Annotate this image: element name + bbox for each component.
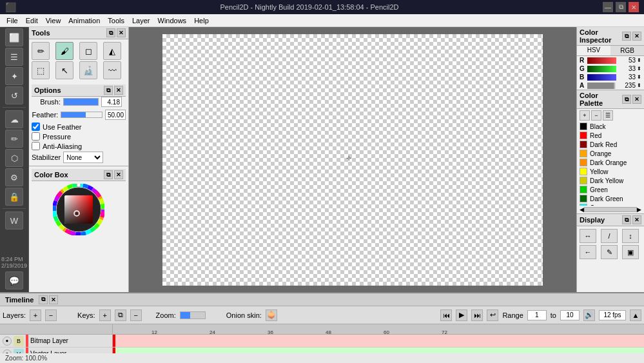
brush-value-input[interactable] [101,97,122,107]
tool-brush[interactable]: 🖌 [55,42,73,60]
cp-close[interactable]: ✕ [632,95,641,104]
stabilizer-select[interactable]: None Simple Complex [63,152,103,163]
menu-layer[interactable]: Layer [128,17,154,25]
color-wheel-svg[interactable] [53,184,104,235]
options-panel-float[interactable]: ⧉ [104,86,113,95]
range-end-input[interactable] [560,310,580,320]
left-tool-msg[interactable]: 💬 [5,271,23,289]
ci-close[interactable]: ✕ [632,32,641,41]
pressure-checkbox[interactable] [32,132,40,141]
range-start-input[interactable] [527,310,547,320]
tools-panel-close[interactable]: ✕ [117,28,126,37]
menu-help[interactable]: Help [190,17,213,25]
cp-menu[interactable]: ☰ [603,110,613,121]
tool-fill[interactable]: ◭ [103,42,121,60]
ci-g-bar[interactable] [587,66,616,72]
left-tool-6[interactable]: ✏ [5,130,23,148]
palette-item-black[interactable]: Black [577,122,644,131]
options-panel-close[interactable]: ✕ [114,86,123,95]
cp-remove[interactable]: − [591,110,601,121]
ci-tab-hsv[interactable]: HSV [577,46,610,55]
display-icon-camera[interactable]: ▣ [622,245,639,259]
tl-add-layer[interactable]: + [30,309,41,321]
left-tool-4[interactable]: ↺ [5,86,23,104]
feather-value-input[interactable] [105,110,126,120]
palette-item-orange[interactable]: Orange [577,149,644,158]
drawing-canvas[interactable]: ✛ [162,34,543,286]
close-button[interactable]: ✕ [629,2,639,12]
ci-b-spinner[interactable]: ⬍ [637,74,641,80]
palette-item-green[interactable]: Green [577,185,644,194]
left-tool-9[interactable]: 🔒 [5,188,23,206]
palette-item-dark-green[interactable]: Dark Green [577,194,644,203]
tl-skip-back[interactable]: ⏮ [440,309,452,321]
menu-tools[interactable]: Tools [104,17,128,25]
canvas-area[interactable]: ✛ [129,27,576,292]
ci-r-spinner[interactable]: ⬍ [637,57,641,63]
ci-g-spinner[interactable]: ⬍ [637,66,641,72]
minimize-button[interactable]: — [603,2,613,12]
tl-volume[interactable]: 🔊 [583,309,595,321]
tl-dup-key[interactable]: ⧉ [115,309,126,321]
palette-item-dark-orange[interactable]: Dark Orange [577,158,644,167]
tool-eyedropper[interactable]: 🔬 [79,61,97,79]
palette-scrollbar[interactable] [584,207,637,212]
display-icon-back[interactable]: ← [580,245,596,259]
menu-windows[interactable]: Windows [154,17,191,25]
palette-scroll-right[interactable]: ▶ [637,206,641,213]
display-icon-pencil[interactable]: ✎ [601,245,618,259]
left-tool-7[interactable]: ⬡ [5,149,23,167]
cp-add[interactable]: + [580,110,590,121]
tl-play[interactable]: ▶ [456,309,467,321]
use-feather-checkbox[interactable] [32,123,40,131]
ci-a-bar[interactable] [587,83,616,89]
timeline-tracks[interactable]: 12 24 36 48 60 72 [113,324,644,353]
anti-aliasing-checkbox[interactable] [32,142,40,150]
zoom-slider[interactable] [180,311,206,319]
tl-remove-key[interactable]: − [130,309,142,321]
ci-b-bar[interactable] [587,74,616,81]
ci-a-spinner[interactable]: ⬍ [637,83,641,88]
display-icon-flip-v[interactable]: ↕ [622,229,639,243]
menu-file[interactable]: File [3,17,22,25]
menu-edit[interactable]: Edit [22,17,42,25]
fps-input[interactable] [599,310,626,320]
left-tool-3[interactable]: ✦ [5,67,23,85]
palette-item-red[interactable]: Red [577,131,644,140]
cp-float[interactable]: ⧉ [622,95,631,104]
tool-smudge[interactable]: 〰 [103,61,121,79]
layer-vector[interactable]: ● V Vector Layer [0,348,112,353]
tool-eraser[interactable]: ◻ [79,42,97,60]
tl-loop[interactable]: ↩ [487,309,498,321]
palette-item-dark-red[interactable]: Dark Red [577,140,644,149]
tool-select-rect[interactable]: ⬚ [32,61,50,79]
tl-close[interactable]: ✕ [49,295,58,304]
ci-tab-rgb[interactable]: RGB [610,46,644,55]
color-wheel-container[interactable] [32,184,126,235]
tools-panel-float[interactable]: ⧉ [106,28,115,37]
menu-animation[interactable]: Animation [64,17,104,25]
dp-float[interactable]: ⧉ [622,215,631,224]
color-box-close[interactable]: ✕ [114,170,123,179]
feather-slider[interactable] [61,112,102,118]
ci-float[interactable]: ⧉ [622,32,631,41]
layer-bitmap-vis[interactable]: ● [3,337,12,346]
tl-add-key[interactable]: + [99,309,111,321]
tl-remove-layer[interactable]: − [45,309,57,321]
tl-skip-fwd[interactable]: ⏭ [471,309,483,321]
palette-item-yellow[interactable]: Yellow [577,167,644,176]
left-tool-1[interactable]: ⬜ [5,28,23,46]
brush-slider[interactable] [63,98,99,106]
color-box-float[interactable]: ⧉ [104,170,113,179]
tool-pencil[interactable]: ✏ [32,42,50,60]
tl-float[interactable]: ⧉ [39,295,48,304]
dp-close[interactable]: ✕ [632,215,641,224]
left-tool-10[interactable]: W [5,211,23,230]
menu-view[interactable]: View [42,17,65,25]
display-icon-onion[interactable]: / [601,229,618,243]
left-tool-5[interactable]: ☁ [5,110,23,128]
left-tool-2[interactable]: ☰ [5,48,23,66]
left-tool-8[interactable]: ⚙ [5,168,23,186]
palette-item-dark-yellow[interactable]: Dark Yellow [577,176,644,185]
ci-r-bar[interactable] [587,57,616,64]
